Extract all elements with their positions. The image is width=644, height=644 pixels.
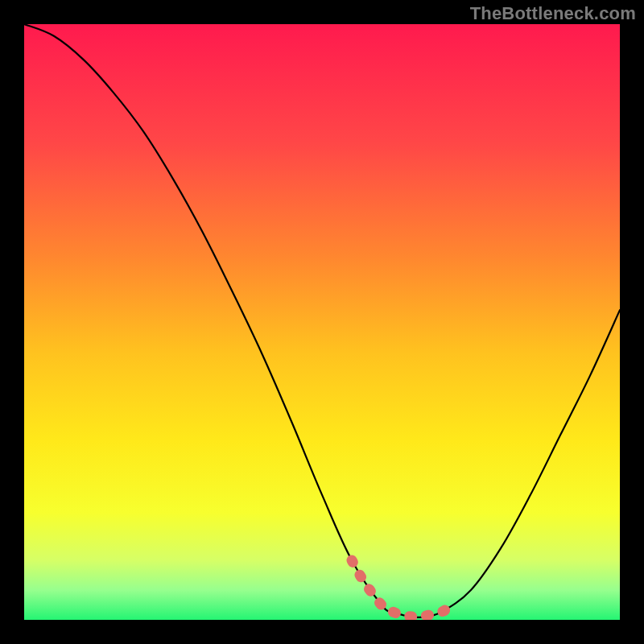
chart-stage: TheBottleneck.com xyxy=(0,0,644,644)
watermark-label: TheBottleneck.com xyxy=(470,3,636,24)
plot-area xyxy=(24,24,620,620)
chart-svg xyxy=(24,24,620,620)
gradient-background xyxy=(24,24,620,620)
